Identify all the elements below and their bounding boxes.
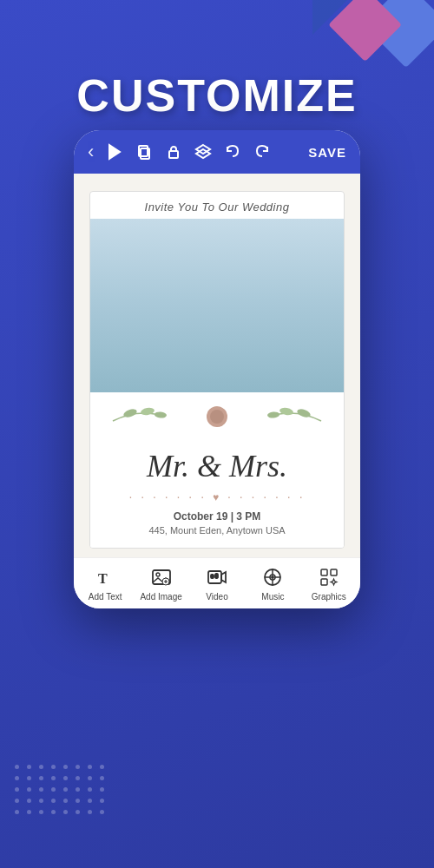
music-label: Music: [261, 592, 284, 602]
graphics-label: Graphics: [312, 592, 346, 602]
phone-mockup: ‹ SAVE Invite You To Our Weddi: [74, 130, 360, 608]
floral-svg: [95, 399, 339, 434]
undo-icon[interactable]: [224, 143, 241, 161]
card-details: October 19 | 3 PM 445, Mount Eden, Anyto…: [90, 505, 344, 548]
card-area: Invite You To Our Wedding: [74, 174, 360, 557]
bottom-toolbar: T Add Text Add Image: [74, 557, 360, 608]
svg-point-33: [296, 408, 312, 419]
svg-rect-6: [169, 151, 178, 158]
card-date: October 19 | 3 PM: [90, 510, 344, 523]
svg-rect-57: [321, 579, 327, 585]
svg-point-32: [155, 411, 168, 418]
add-text-label: Add Text: [89, 592, 122, 602]
lock-icon[interactable]: [165, 143, 182, 161]
back-button[interactable]: ‹: [88, 141, 94, 163]
svg-marker-45: [221, 572, 226, 582]
svg-rect-56: [331, 569, 337, 575]
video-button[interactable]: Video: [189, 567, 245, 602]
copy-icon[interactable]: [135, 143, 153, 161]
save-button[interactable]: SAVE: [308, 145, 346, 160]
svg-point-40: [156, 573, 160, 576]
card-header: Invite You To Our Wedding: [90, 192, 344, 219]
svg-point-50: [272, 576, 273, 578]
svg-rect-47: [215, 574, 218, 578]
text-icon: T: [95, 567, 115, 588]
dot-decoration: [13, 763, 107, 816]
couple-name: Mr. & Mrs.: [90, 441, 344, 488]
graphics-icon: [319, 567, 339, 588]
svg-marker-3: [109, 145, 120, 159]
add-image-button[interactable]: Add Image: [133, 567, 188, 602]
photo-background: [90, 219, 344, 392]
video-label: Video: [206, 592, 227, 602]
play-icon[interactable]: [106, 143, 123, 161]
add-text-button[interactable]: T Add Text: [77, 567, 133, 602]
floral-divider: [90, 392, 344, 441]
add-image-label: Add Image: [140, 592, 181, 602]
graphics-button[interactable]: Graphics: [301, 567, 357, 602]
svg-text:T: T: [98, 571, 108, 586]
music-icon: [262, 567, 283, 588]
video-icon: [207, 567, 227, 588]
heart-icon: ♥: [213, 491, 221, 503]
layers-icon[interactable]: [194, 143, 212, 161]
card-photo: [90, 219, 344, 392]
card-location: 445, Mount Eden, Anytown USA: [90, 525, 344, 536]
svg-point-35: [267, 411, 280, 418]
svg-rect-55: [321, 569, 327, 575]
editor-toolbar: ‹ SAVE: [74, 130, 360, 174]
svg-point-34: [279, 407, 293, 417]
page-title: CUSTOMIZE: [0, 69, 434, 122]
svg-point-31: [140, 407, 155, 417]
dotted-divider: · · · · · · · ♥ · · · · · · ·: [90, 488, 344, 505]
invitation-card: Invite You To Our Wedding: [89, 191, 345, 549]
svg-rect-46: [211, 575, 214, 578]
svg-point-30: [122, 408, 138, 419]
music-button[interactable]: Music: [245, 567, 300, 602]
svg-point-37: [210, 410, 224, 424]
image-icon: [151, 567, 172, 588]
redo-icon[interactable]: [253, 143, 271, 161]
